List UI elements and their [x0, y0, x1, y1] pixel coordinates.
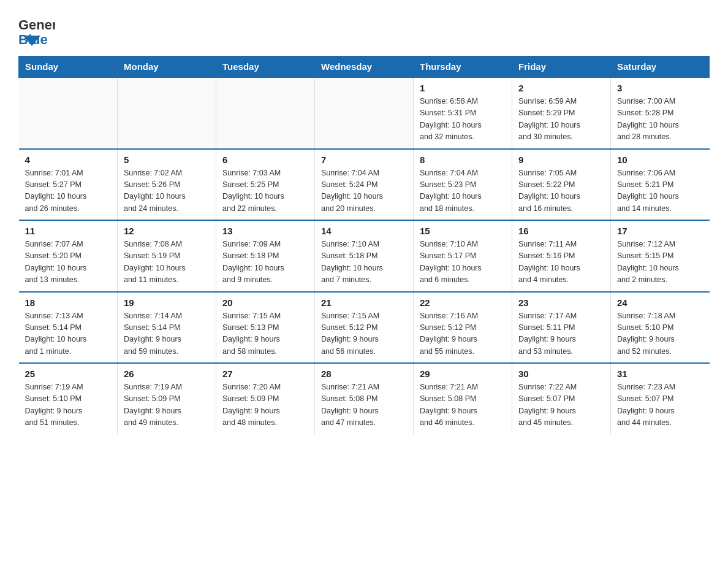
- day-info: Sunrise: 7:10 AMSunset: 5:18 PMDaylight:…: [321, 239, 407, 286]
- day-info: Sunrise: 7:09 AMSunset: 5:18 PMDaylight:…: [222, 239, 308, 286]
- day-info: Sunrise: 7:00 AMSunset: 5:28 PMDaylight:…: [617, 96, 703, 144]
- day-number: 16: [518, 226, 604, 236]
- day-info: Sunrise: 7:21 AMSunset: 5:08 PMDaylight:…: [420, 381, 506, 429]
- day-info: Sunrise: 6:59 AMSunset: 5:29 PMDaylight:…: [518, 96, 604, 144]
- calendar-cell: 27Sunrise: 7:20 AMSunset: 5:09 PMDayligh…: [216, 363, 315, 434]
- calendar-cell: 29Sunrise: 7:21 AMSunset: 5:08 PMDayligh…: [414, 363, 512, 434]
- header-day-tuesday: Tuesday: [216, 56, 315, 78]
- day-number: 4: [25, 155, 112, 165]
- header-day-saturday: Saturday: [611, 56, 710, 78]
- calendar-cell: 3Sunrise: 7:00 AMSunset: 5:28 PMDaylight…: [611, 77, 710, 149]
- day-number: 22: [420, 297, 506, 308]
- calendar-week-2: 4Sunrise: 7:01 AMSunset: 5:27 PMDaylight…: [19, 149, 710, 221]
- day-info: Sunrise: 7:16 AMSunset: 5:12 PMDaylight:…: [420, 310, 506, 358]
- day-info: Sunrise: 7:17 AMSunset: 5:11 PMDaylight:…: [518, 310, 604, 358]
- day-info: Sunrise: 7:20 AMSunset: 5:09 PMDaylight:…: [222, 381, 308, 429]
- calendar-cell: 5Sunrise: 7:02 AMSunset: 5:26 PMDaylight…: [118, 149, 216, 221]
- day-number: 15: [420, 226, 506, 236]
- calendar-cell: 17Sunrise: 7:12 AMSunset: 5:15 PMDayligh…: [611, 220, 710, 292]
- day-number: 13: [222, 226, 308, 236]
- day-number: 28: [321, 369, 407, 379]
- day-info: Sunrise: 7:10 AMSunset: 5:17 PMDaylight:…: [420, 239, 506, 286]
- day-info: Sunrise: 7:04 AMSunset: 5:23 PMDaylight:…: [420, 167, 506, 215]
- day-number: 2: [518, 83, 604, 93]
- calendar-cell: 18Sunrise: 7:13 AMSunset: 5:14 PMDayligh…: [19, 292, 118, 364]
- calendar-cell: [315, 77, 414, 149]
- day-info: Sunrise: 7:14 AMSunset: 5:14 PMDaylight:…: [124, 310, 210, 358]
- day-number: 26: [124, 369, 210, 379]
- calendar-cell: 31Sunrise: 7:23 AMSunset: 5:07 PMDayligh…: [611, 363, 710, 434]
- calendar-cell: 12Sunrise: 7:08 AMSunset: 5:19 PMDayligh…: [118, 220, 216, 292]
- svg-text:Blue: Blue: [18, 32, 48, 46]
- calendar-table: SundayMondayTuesdayWednesdayThursdayFrid…: [18, 56, 710, 434]
- calendar-cell: 16Sunrise: 7:11 AMSunset: 5:16 PMDayligh…: [512, 220, 611, 292]
- day-number: 23: [518, 297, 604, 308]
- calendar-week-1: 1Sunrise: 6:58 AMSunset: 5:31 PMDaylight…: [19, 77, 710, 149]
- day-number: 29: [420, 369, 506, 379]
- calendar-cell: 25Sunrise: 7:19 AMSunset: 5:10 PMDayligh…: [19, 363, 118, 434]
- calendar-week-5: 25Sunrise: 7:19 AMSunset: 5:10 PMDayligh…: [19, 363, 710, 434]
- calendar-week-3: 11Sunrise: 7:07 AMSunset: 5:20 PMDayligh…: [19, 220, 710, 292]
- calendar-cell: [216, 77, 315, 149]
- day-number: 17: [617, 226, 703, 236]
- day-number: 18: [25, 297, 112, 308]
- calendar-cell: 2Sunrise: 6:59 AMSunset: 5:29 PMDaylight…: [512, 77, 611, 149]
- calendar-header-row: SundayMondayTuesdayWednesdayThursdayFrid…: [19, 56, 710, 78]
- day-info: Sunrise: 7:06 AMSunset: 5:21 PMDaylight:…: [617, 167, 703, 215]
- day-info: Sunrise: 7:18 AMSunset: 5:10 PMDaylight:…: [617, 310, 703, 358]
- calendar-cell: 21Sunrise: 7:15 AMSunset: 5:12 PMDayligh…: [315, 292, 414, 364]
- day-info: Sunrise: 7:22 AMSunset: 5:07 PMDaylight:…: [518, 381, 604, 429]
- calendar-cell: [19, 77, 118, 149]
- day-number: 10: [617, 155, 703, 165]
- calendar-week-4: 18Sunrise: 7:13 AMSunset: 5:14 PMDayligh…: [19, 292, 710, 364]
- day-info: Sunrise: 7:08 AMSunset: 5:19 PMDaylight:…: [124, 239, 210, 286]
- day-number: 30: [518, 369, 604, 379]
- day-number: 25: [25, 369, 112, 379]
- day-number: 11: [25, 226, 112, 236]
- day-info: Sunrise: 7:11 AMSunset: 5:16 PMDaylight:…: [518, 239, 604, 286]
- day-info: Sunrise: 7:19 AMSunset: 5:09 PMDaylight:…: [124, 381, 210, 429]
- day-info: Sunrise: 7:15 AMSunset: 5:12 PMDaylight:…: [321, 310, 407, 358]
- calendar-cell: 20Sunrise: 7:15 AMSunset: 5:13 PMDayligh…: [216, 292, 315, 364]
- day-info: Sunrise: 7:04 AMSunset: 5:24 PMDaylight:…: [321, 167, 407, 215]
- day-number: 7: [321, 155, 407, 165]
- header-day-monday: Monday: [118, 56, 216, 78]
- day-info: Sunrise: 7:02 AMSunset: 5:26 PMDaylight:…: [124, 167, 210, 215]
- day-number: 5: [124, 155, 210, 165]
- calendar-cell: 9Sunrise: 7:05 AMSunset: 5:22 PMDaylight…: [512, 149, 611, 221]
- svg-text:General: General: [18, 17, 55, 33]
- day-number: 27: [222, 369, 308, 379]
- day-info: Sunrise: 7:07 AMSunset: 5:20 PMDaylight:…: [25, 239, 112, 286]
- calendar-cell: 26Sunrise: 7:19 AMSunset: 5:09 PMDayligh…: [118, 363, 216, 434]
- calendar-cell: 22Sunrise: 7:16 AMSunset: 5:12 PMDayligh…: [414, 292, 512, 364]
- day-number: 9: [518, 155, 604, 165]
- day-number: 31: [617, 369, 703, 379]
- calendar-cell: 24Sunrise: 7:18 AMSunset: 5:10 PMDayligh…: [611, 292, 710, 364]
- day-info: Sunrise: 7:19 AMSunset: 5:10 PMDaylight:…: [25, 381, 112, 429]
- calendar-cell: 6Sunrise: 7:03 AMSunset: 5:25 PMDaylight…: [216, 149, 315, 221]
- day-number: 8: [420, 155, 506, 165]
- logo: General Blue: [18, 12, 55, 46]
- day-info: Sunrise: 7:12 AMSunset: 5:15 PMDaylight:…: [617, 239, 703, 286]
- day-info: Sunrise: 7:01 AMSunset: 5:27 PMDaylight:…: [25, 167, 112, 215]
- day-number: 20: [222, 297, 308, 308]
- day-number: 6: [222, 155, 308, 165]
- calendar-cell: 4Sunrise: 7:01 AMSunset: 5:27 PMDaylight…: [19, 149, 118, 221]
- header-day-wednesday: Wednesday: [315, 56, 414, 78]
- header-day-thursday: Thursday: [414, 56, 512, 78]
- header-day-friday: Friday: [512, 56, 611, 78]
- day-info: Sunrise: 7:23 AMSunset: 5:07 PMDaylight:…: [617, 381, 703, 429]
- day-info: Sunrise: 7:13 AMSunset: 5:14 PMDaylight:…: [25, 310, 112, 358]
- calendar-cell: 14Sunrise: 7:10 AMSunset: 5:18 PMDayligh…: [315, 220, 414, 292]
- calendar-cell: 15Sunrise: 7:10 AMSunset: 5:17 PMDayligh…: [414, 220, 512, 292]
- calendar-cell: 7Sunrise: 7:04 AMSunset: 5:24 PMDaylight…: [315, 149, 414, 221]
- day-number: 3: [617, 83, 703, 93]
- day-info: Sunrise: 7:03 AMSunset: 5:25 PMDaylight:…: [222, 167, 308, 215]
- calendar-cell: 11Sunrise: 7:07 AMSunset: 5:20 PMDayligh…: [19, 220, 118, 292]
- calendar-cell: 1Sunrise: 6:58 AMSunset: 5:31 PMDaylight…: [414, 77, 512, 149]
- calendar-cell: 23Sunrise: 7:17 AMSunset: 5:11 PMDayligh…: [512, 292, 611, 364]
- day-info: Sunrise: 7:15 AMSunset: 5:13 PMDaylight:…: [222, 310, 308, 358]
- header-day-sunday: Sunday: [19, 56, 118, 78]
- day-number: 1: [420, 83, 506, 93]
- calendar-cell: 8Sunrise: 7:04 AMSunset: 5:23 PMDaylight…: [414, 149, 512, 221]
